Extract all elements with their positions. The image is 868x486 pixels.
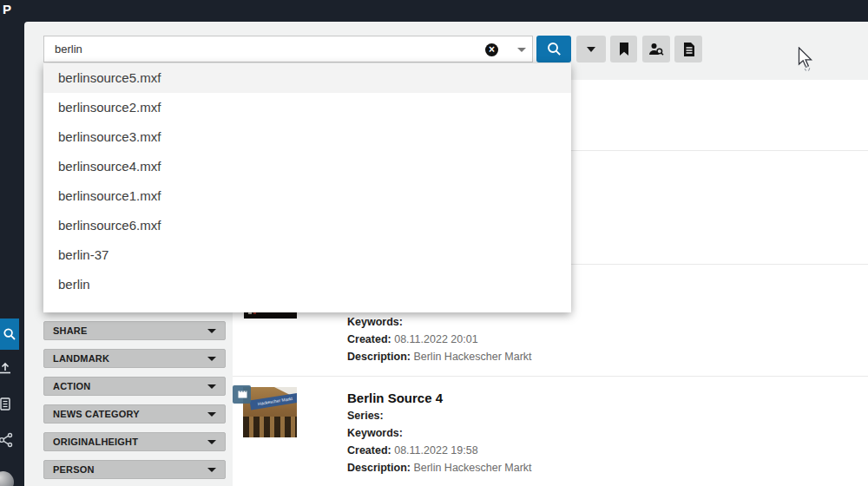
suggestion-item[interactable]: berlinsource2.mxf — [43, 93, 571, 122]
film-icon — [237, 390, 247, 399]
chevron-down-icon — [207, 329, 216, 333]
left-nav-rail — [0, 22, 24, 486]
facet-panel-share[interactable]: SHARE — [43, 321, 226, 340]
suggestion-item[interactable]: berlinsource3.mxf — [43, 122, 571, 152]
bookmark-button[interactable] — [610, 36, 637, 62]
app-logo: P — [3, 2, 11, 16]
facet-label: PERSON — [53, 464, 95, 475]
search-input-wrap: × — [43, 36, 533, 62]
facet-label: ORIGINALHEIGHT — [53, 437, 138, 447]
search-button[interactable] — [536, 36, 571, 62]
facet-panel-news-category[interactable]: NEWS CATEGORY — [43, 404, 226, 424]
result-keywords: Keywords: — [347, 424, 833, 442]
suggestion-item[interactable]: berlinsource4.mxf — [43, 152, 571, 181]
suggestion-item[interactable]: berlinsource5.mxf — [43, 63, 571, 93]
sphere-logo[interactable] — [0, 471, 14, 486]
bookmark-icon — [618, 42, 630, 56]
facet-label: ACTION — [53, 381, 90, 391]
clear-search-icon[interactable]: × — [485, 43, 498, 56]
facet-panel-action[interactable]: ACTION — [43, 377, 226, 396]
rail-item-workflow[interactable] — [0, 431, 24, 457]
chevron-down-icon — [207, 357, 216, 361]
search-icon — [546, 41, 562, 57]
result-created: Created: 08.11.2022 19:58 — [347, 442, 833, 459]
facet-label: NEWS CATEGORY — [53, 409, 140, 419]
result-divider — [233, 376, 868, 377]
result-description: Description: Berlin Hackescher Markt — [347, 348, 833, 365]
workflow-icon — [0, 431, 15, 449]
document-button[interactable] — [674, 36, 702, 62]
user-search-button[interactable] — [642, 36, 670, 62]
chevron-down-icon — [207, 412, 216, 417]
search-icon — [3, 327, 16, 341]
suggestion-item[interactable]: berlinsource1.mxf — [43, 181, 571, 211]
upload-icon — [0, 360, 13, 376]
user-search-icon — [648, 42, 664, 56]
result-row[interactable]: Berlin Source 4 Series: Keywords: Create… — [347, 390, 833, 476]
facet-panel-originalheight[interactable]: ORIGINALHEIGHT — [43, 432, 226, 451]
result-series: Series: — [347, 407, 833, 424]
suggestion-item[interactable]: berlin — [43, 270, 571, 299]
journal-icon — [0, 396, 13, 411]
suggestion-item[interactable]: berlin-37 — [43, 240, 571, 270]
result-description: Description: Berlin Hackescher Markt — [347, 459, 833, 476]
result-thumbnail[interactable]: Hackescher Markt — [243, 387, 297, 437]
rail-item-search-active[interactable] — [0, 319, 19, 350]
chevron-down-icon — [207, 440, 216, 444]
search-suggestions-dropdown: berlinsource5.mxf berlinsource2.mxf berl… — [43, 63, 571, 312]
rail-item-journal[interactable] — [0, 396, 24, 422]
media-type-badge — [233, 385, 251, 404]
result-created: Created: 08.11.2022 20:01 — [347, 331, 833, 348]
search-options-button[interactable] — [576, 36, 606, 62]
facet-label: LANDMARK — [53, 353, 109, 364]
chevron-down-icon — [587, 47, 595, 52]
suggestion-item[interactable]: berlinsource6.mxf — [43, 211, 571, 240]
facet-panel-person[interactable]: PERSON — [43, 460, 226, 479]
app-header: P — [0, 0, 868, 22]
rail-item-upload[interactable] — [0, 360, 24, 386]
facet-label: SHARE — [53, 325, 88, 336]
chevron-down-icon — [207, 384, 216, 389]
result-keywords: Keywords: — [347, 313, 833, 331]
input-history-chevron-icon[interactable] — [517, 48, 526, 52]
facet-panel-landmark[interactable]: LANDMARK — [43, 349, 226, 368]
thumbnail-detail — [243, 417, 297, 437]
search-input[interactable] — [44, 36, 532, 62]
result-title[interactable]: Berlin Source 4 — [347, 390, 833, 407]
station-sign: Hackescher Markt — [249, 393, 297, 410]
document-icon — [682, 42, 695, 57]
chevron-down-icon — [207, 468, 216, 472]
